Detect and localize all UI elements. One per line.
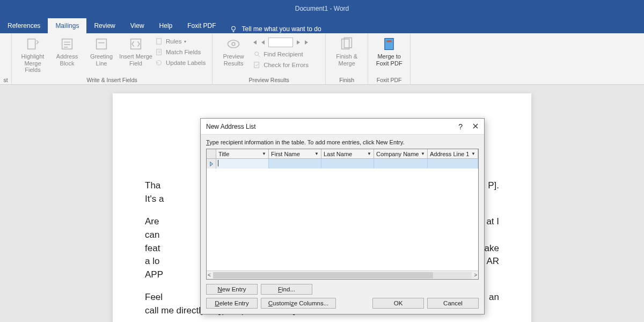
- ribbon: st Highlight Merge Fields Address Block …: [0, 33, 644, 85]
- scroll-right-icon[interactable]: >: [474, 272, 477, 278]
- svg-rect-3: [97, 39, 107, 49]
- svg-rect-5: [157, 39, 162, 45]
- tab-mailings[interactable]: Mailings: [48, 18, 86, 33]
- tell-me-label: Tell me what you want to do: [242, 25, 321, 33]
- column-header-company-name[interactable]: Company Name▼: [374, 149, 428, 158]
- tab-foxit-pdf[interactable]: Foxit PDF: [180, 18, 223, 33]
- dialog-instruction: Type recipient information in the table.…: [206, 139, 479, 145]
- dropdown-icon[interactable]: ▼: [262, 151, 266, 156]
- window-title: Document1 - Word: [295, 5, 349, 12]
- finish-merge-button[interactable]: Finish & Merge: [330, 35, 363, 76]
- finish-merge-icon: [339, 36, 354, 52]
- ok-button[interactable]: OK: [372, 298, 424, 309]
- tab-review[interactable]: Review: [86, 18, 122, 33]
- column-header-title[interactable]: Title▼: [216, 149, 269, 158]
- lightbulb-icon: [229, 25, 238, 33]
- ribbon-tabs: References Mailings Review View Help Fox…: [0, 17, 644, 33]
- dropdown-icon[interactable]: ▼: [367, 151, 371, 156]
- column-header-last-name[interactable]: Last Name▼: [321, 149, 374, 158]
- prev-record-icon: [260, 39, 266, 46]
- highlight-icon: [25, 36, 40, 52]
- find-recipient-icon: [253, 50, 261, 58]
- foxit-pdf-icon: [382, 36, 397, 52]
- ribbon-group-preview-results: Preview Results Find Recipient Check for…: [213, 33, 326, 84]
- preview-results-icon: [226, 36, 241, 52]
- address-block-icon: [60, 36, 75, 52]
- address-block-button[interactable]: Address Block: [50, 35, 84, 76]
- row-indicator-icon: [209, 162, 214, 166]
- svg-rect-10: [254, 62, 259, 68]
- highlight-merge-fields-button[interactable]: Highlight Merge Fields: [16, 35, 49, 76]
- new-address-list-dialog: New Address List ? Type recipient inform…: [200, 118, 485, 314]
- dropdown-icon[interactable]: ▼: [314, 151, 319, 156]
- grid-data-row[interactable]: [207, 159, 478, 169]
- next-record-icon: [295, 39, 302, 46]
- update-labels-icon: [156, 59, 163, 67]
- column-header-address-line-1[interactable]: Address Line 1▼: [428, 149, 478, 158]
- cell-company-name[interactable]: [374, 159, 428, 169]
- first-record-icon: [251, 39, 258, 46]
- preview-results-button[interactable]: Preview Results: [217, 35, 250, 76]
- record-navigator[interactable]: [251, 36, 321, 48]
- update-labels-button[interactable]: Update Labels: [153, 58, 208, 68]
- grid-horizontal-scrollbar[interactable]: < >: [207, 270, 478, 279]
- svg-point-8: [232, 42, 235, 46]
- greeting-line-icon: [94, 36, 109, 52]
- svg-rect-1: [28, 39, 35, 49]
- tab-help[interactable]: Help: [152, 18, 180, 33]
- grid-empty-area: [207, 169, 478, 270]
- tell-me-search[interactable]: Tell me what you want to do: [224, 25, 327, 33]
- greeting-line-button[interactable]: Greeting Line: [85, 35, 118, 76]
- ribbon-group-write-insert: Highlight Merge Fields Address Block Gre…: [12, 33, 213, 84]
- match-fields-button[interactable]: Match Fields: [153, 47, 208, 57]
- scrollbar-thumb[interactable]: [213, 272, 433, 279]
- dialog-close-button[interactable]: [472, 122, 479, 131]
- find-recipient-button[interactable]: Find Recipient: [251, 49, 321, 59]
- dialog-titlebar: New Address List ?: [201, 119, 484, 135]
- svg-rect-6: [157, 49, 162, 55]
- tab-view[interactable]: View: [123, 18, 152, 33]
- check-for-errors-button[interactable]: Check for Errors: [251, 60, 321, 70]
- scrollbar-track[interactable]: [213, 272, 472, 279]
- group-label-preview: Preview Results: [217, 76, 321, 83]
- check-errors-icon: [253, 61, 261, 69]
- cell-title[interactable]: [216, 159, 269, 169]
- column-header-first-name[interactable]: First Name▼: [269, 149, 321, 158]
- title-bar: Document1 - Word: [0, 0, 644, 17]
- address-list-grid[interactable]: Title▼ First Name▼ Last Name▼ Company Na…: [206, 149, 479, 280]
- customize-columns-button[interactable]: Customize Columns...: [261, 298, 336, 309]
- group-label-foxit: Foxit PDF: [372, 76, 406, 83]
- insert-merge-field-button[interactable]: Insert Merge Field: [119, 35, 152, 76]
- cell-last-name[interactable]: [321, 159, 374, 169]
- cell-address-line-1[interactable]: [428, 159, 478, 169]
- dialog-title: New Address List: [206, 123, 256, 130]
- group-label-finish: Finish: [330, 76, 363, 83]
- grid-header-row: Title▼ First Name▼ Last Name▼ Company Na…: [207, 149, 478, 159]
- last-record-icon: [304, 39, 310, 46]
- cancel-button[interactable]: Cancel: [427, 298, 479, 309]
- ribbon-group-finish: Finish & Merge Finish: [326, 33, 368, 84]
- delete-entry-button[interactable]: Delete Entry: [206, 298, 258, 309]
- match-fields-icon: [156, 48, 163, 56]
- grid-corner: [207, 149, 216, 158]
- tab-references[interactable]: References: [0, 18, 48, 33]
- close-icon: [472, 123, 479, 129]
- group-label-write-insert: Write & Insert Fields: [16, 76, 208, 83]
- rules-button[interactable]: Rules ▾: [153, 36, 208, 46]
- row-selector[interactable]: [207, 159, 216, 169]
- svg-rect-13: [385, 39, 393, 50]
- ribbon-group-truncated: st: [0, 33, 12, 84]
- svg-point-7: [228, 40, 239, 48]
- dropdown-icon[interactable]: ▼: [421, 151, 425, 156]
- new-entry-button[interactable]: New Entry: [206, 284, 258, 295]
- dialog-help-button[interactable]: ?: [458, 122, 463, 131]
- merge-to-foxit-pdf-button[interactable]: Merge to Foxit PDF: [372, 35, 406, 76]
- record-number-input[interactable]: [268, 38, 293, 47]
- dropdown-icon[interactable]: ▼: [471, 151, 475, 156]
- svg-point-9: [255, 52, 259, 56]
- scroll-left-icon[interactable]: <: [208, 272, 211, 278]
- cell-first-name[interactable]: [269, 159, 321, 169]
- find-button[interactable]: Find...: [261, 284, 312, 295]
- svg-rect-14: [387, 40, 392, 42]
- svg-point-0: [231, 26, 235, 30]
